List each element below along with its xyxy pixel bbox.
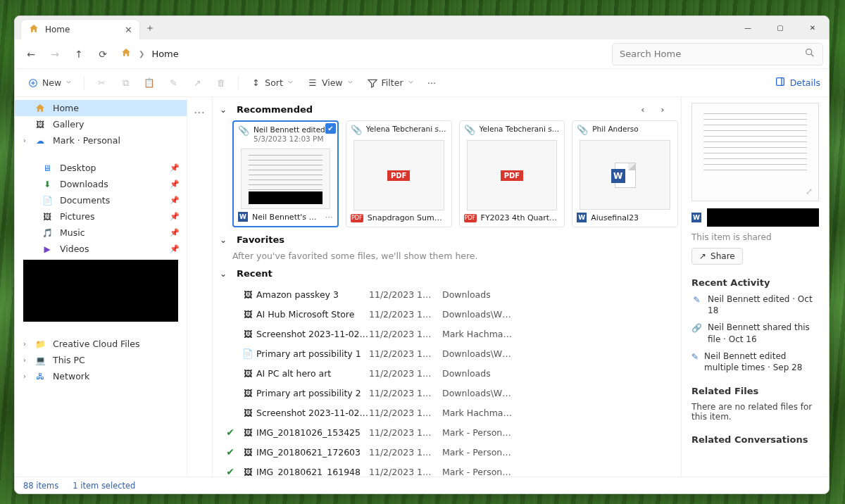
recent-row[interactable]: 🖼AI Hub Microsoft Store11/2/2023 12:…Dow… (221, 304, 678, 324)
up-button[interactable]: ↑ (68, 44, 89, 65)
recent-row[interactable]: 🖼Screenshot 2023-11-02…11/2/2023 12:…Mar… (221, 403, 678, 422)
minimize-button[interactable]: — (732, 16, 764, 39)
paste-button[interactable]: 📋 (139, 75, 159, 92)
pin-icon[interactable]: 📌 (170, 196, 180, 205)
refresh-button[interactable]: ⟳ (92, 44, 113, 65)
share-button[interactable]: ↗ (187, 75, 207, 92)
copy-button[interactable]: ⧉ (115, 75, 135, 92)
sidebar-item-downloads[interactable]: ⬇ Downloads📌 (15, 176, 187, 192)
maximize-button[interactable]: ▢ (764, 16, 796, 39)
recent-name: Primary art possibility 1 (256, 348, 369, 359)
chevron-right-icon[interactable]: › (23, 340, 26, 348)
chevron-down-icon[interactable]: ⌄ (218, 235, 228, 245)
copy-icon: ⧉ (120, 77, 131, 89)
section-recommended[interactable]: ⌄ Recommended ‹ › (213, 97, 678, 120)
tab-home[interactable]: Home ✕ (20, 19, 140, 39)
file-icon: 🖼 (239, 408, 256, 418)
sidebar-item-thispc[interactable]: › 💻 This PC (15, 352, 187, 368)
pin-icon[interactable]: 📌 (170, 163, 180, 172)
new-tab-button[interactable]: ＋ (140, 16, 160, 39)
recent-date: 11/2/2023 12:… (369, 368, 442, 379)
recent-row[interactable]: 🖼Amazon passkey 311/2/2023 12:…Downloads (221, 284, 678, 304)
back-button[interactable]: ← (20, 44, 42, 65)
search-input[interactable] (620, 49, 799, 59)
recommended-card[interactable]: 📎Phil AndersoWAiusefinal23 (572, 120, 678, 227)
section-recent[interactable]: ⌄ Recent (213, 261, 678, 284)
view-button[interactable]: ☰ View (303, 75, 358, 92)
chevron-right-icon[interactable]: › (23, 356, 26, 364)
sidebar-item-videos[interactable]: ▶ Videos📌 (15, 241, 187, 257)
more-icon[interactable]: ⋯ (325, 213, 333, 222)
recent-list: 🖼Amazon passkey 311/2/2023 12:…Downloads… (213, 284, 678, 477)
cut-button[interactable]: ✂ (92, 75, 111, 92)
new-button[interactable]: New (23, 75, 77, 92)
recent-date: 11/2/2023 12:… (369, 408, 442, 418)
search-box[interactable] (612, 43, 823, 65)
recent-row[interactable]: 🖼AI PC alt hero art11/2/2023 12:…Downloa… (221, 363, 678, 383)
recent-name: IMG_20180621_172603 (256, 447, 369, 458)
section-favorites[interactable]: ⌄ Favorites (213, 227, 678, 251)
recent-row[interactable]: 📄Primary art possibility 111/2/2023 12:…… (221, 344, 678, 363)
expand-icon[interactable]: ⤢ (806, 187, 813, 196)
more-button[interactable]: ⋯ (423, 75, 441, 91)
activity-icon: ✎ (691, 351, 699, 363)
more-icon[interactable]: … (187, 101, 212, 116)
sidebar-item-documents[interactable]: 📄 Documents📌 (15, 192, 187, 208)
sort-button[interactable]: ↕ Sort (246, 75, 299, 92)
recent-location: Downloads\W… (442, 388, 678, 398)
sidebar-item-personal[interactable]: › ☁ Mark · Personal (15, 132, 187, 149)
sidebar-item-music[interactable]: 🎵 Music📌 (15, 225, 187, 241)
recent-row[interactable]: 🖼Screenshot 2023-11-02…11/2/2023 12:…Mar… (221, 324, 678, 344)
chevron-down-icon[interactable]: ⌄ (218, 105, 228, 115)
word-icon: W (238, 212, 248, 222)
pin-icon[interactable]: 📌 (170, 179, 180, 189)
activity-list: ✎Neil Bennett edited · Oct 18🔗Neil Benne… (691, 294, 819, 373)
favorites-empty-hint: After you've favorited some files, we'll… (213, 251, 678, 261)
recent-location: Downloads (442, 368, 678, 379)
chevron-down-icon[interactable]: ⌄ (218, 269, 228, 279)
recent-location: Downloads\W… (442, 348, 678, 359)
sidebar-item-pictures[interactable]: 🖼 Pictures📌 (15, 208, 187, 225)
recommended-card[interactable]: 📎Yelena Tebcherani s…PDFPDFSnapdragon Su… (346, 120, 452, 227)
share-button[interactable]: ↗ Share (691, 248, 743, 265)
file-explorer-window: Home ✕ ＋ — ▢ ✕ ← → ↑ ⟳ ❯ Home (14, 15, 830, 494)
recommended-card[interactable]: 📎Yelena Tebcherani s…PDFPDFFY2023 4th Qu… (459, 120, 565, 227)
pin-icon[interactable]: 📌 (170, 228, 180, 237)
recent-row[interactable]: ✔🖼IMG_20180621_17260311/2/2023 11:…Mark … (221, 442, 678, 462)
sidebar-item-ccf[interactable]: › 📁 Creative Cloud Files (15, 336, 187, 352)
recommended-card[interactable]: 📎Neil Bennett edited…5/3/2023 12:03 PMWN… (232, 120, 339, 227)
recent-row[interactable]: ✔🖼IMG_20180621_16194811/2/2023 11:…Mark … (221, 462, 678, 477)
prev-button[interactable]: ‹ (634, 104, 651, 115)
breadcrumb[interactable]: ❯ Home (120, 47, 609, 61)
recent-date: 11/2/2023 12:… (369, 309, 442, 320)
related-convos-title: Related Conversations (691, 434, 819, 445)
sidebar-item-desktop[interactable]: 🖥 Desktop📌 (15, 160, 187, 176)
content-area: Home 🖼 Gallery › ☁ Mark · Personal 🖥 Des… (15, 97, 829, 477)
chevron-right-icon[interactable]: › (23, 137, 26, 144)
pin-icon[interactable]: 📌 (170, 212, 180, 221)
recommended-cards: 📎Neil Bennett edited…5/3/2023 12:03 PMWN… (213, 120, 678, 227)
sidebar-item-network[interactable]: › 🖧 Network (15, 368, 187, 384)
cut-icon: ✂ (96, 77, 107, 89)
rename-button[interactable]: ✎ (163, 75, 183, 92)
filter-button[interactable]: Filter (363, 75, 419, 92)
recent-date: 11/2/2023 12:… (369, 289, 442, 300)
pin-icon[interactable]: 📌 (170, 244, 180, 253)
recent-row[interactable]: ✔🖼IMG_20181026_15342511/2/2023 12:…Mark … (221, 422, 678, 442)
next-button[interactable]: › (654, 104, 671, 115)
delete-button[interactable]: 🗑 (211, 75, 231, 92)
delete-icon: 🗑 (215, 77, 227, 89)
close-tab-icon[interactable]: ✕ (125, 25, 132, 35)
details-toggle[interactable]: Details (775, 76, 820, 89)
shared-label: This item is shared (691, 232, 819, 242)
close-button[interactable]: ✕ (796, 16, 829, 39)
activity-icon: ✎ (691, 294, 702, 305)
chevron-right-icon[interactable]: › (23, 372, 26, 380)
clipped-item[interactable]: Ju… ne… (187, 116, 212, 184)
sidebar-item-gallery[interactable]: 🖼 Gallery (15, 116, 187, 132)
forward-button[interactable]: → (44, 44, 65, 65)
main-scroll[interactable]: ⌄ Recommended ‹ › 📎Neil Bennett edited…5… (213, 97, 681, 477)
recent-row[interactable]: 🖼Primary art possibility 211/2/2023 12:…… (221, 383, 678, 403)
sidebar-item-home[interactable]: Home (15, 100, 187, 116)
search-icon[interactable] (804, 47, 815, 61)
